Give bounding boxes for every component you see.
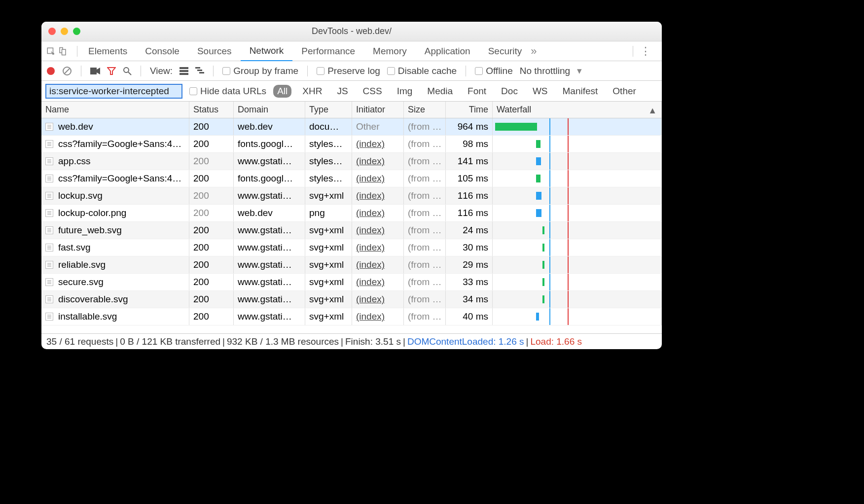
table-row[interactable]: installable.svg200www.gstati…svg+xml(ind… bbox=[41, 308, 662, 325]
maximize-button[interactable] bbox=[73, 28, 80, 35]
filter-icon[interactable] bbox=[107, 67, 116, 75]
table-row[interactable]: css?family=Google+Sans:4…200fonts.googl…… bbox=[41, 136, 662, 153]
close-button[interactable] bbox=[48, 28, 56, 35]
filter-type-img[interactable]: Img bbox=[393, 85, 417, 98]
initiator-cell[interactable]: (index) bbox=[352, 308, 404, 325]
time-cell: 40 ms bbox=[446, 308, 493, 325]
request-name: secure.svg bbox=[58, 277, 104, 288]
size-cell: (from … bbox=[404, 153, 446, 170]
header-type[interactable]: Type bbox=[305, 102, 352, 118]
size-cell: (from … bbox=[404, 187, 446, 204]
finish-time: Finish: 3.51 s bbox=[345, 336, 401, 347]
transferred-size: 0 B / 121 KB transferred bbox=[120, 336, 220, 347]
filter-type-js[interactable]: JS bbox=[333, 85, 352, 98]
header-initiator[interactable]: Initiator bbox=[352, 102, 404, 118]
tab-performance[interactable]: Performance bbox=[292, 42, 364, 61]
device-icon[interactable] bbox=[58, 47, 67, 56]
filter-type-ws[interactable]: WS bbox=[529, 85, 552, 98]
type-cell: styles… bbox=[305, 153, 352, 170]
tab-sources[interactable]: Sources bbox=[188, 42, 241, 61]
table-row[interactable]: web.dev200web.devdocu…Other(from …964 ms bbox=[41, 118, 662, 136]
type-cell: svg+xml bbox=[305, 256, 352, 273]
time-cell: 29 ms bbox=[446, 256, 493, 273]
header-name[interactable]: Name bbox=[41, 102, 189, 118]
preserve-log-checkbox[interactable] bbox=[317, 67, 324, 75]
waterfall-cell bbox=[493, 153, 662, 170]
filter-type-media[interactable]: Media bbox=[423, 85, 457, 98]
camera-icon[interactable] bbox=[90, 68, 100, 74]
filter-type-font[interactable]: Font bbox=[464, 85, 490, 98]
time-cell: 116 ms bbox=[446, 205, 493, 221]
inspect-icon[interactable] bbox=[46, 47, 55, 56]
file-icon bbox=[45, 209, 53, 217]
tab-console[interactable]: Console bbox=[136, 42, 188, 61]
status-cell: 200 bbox=[189, 239, 234, 256]
more-tabs-chevron-icon[interactable]: » bbox=[531, 45, 537, 58]
network-toolbar: View: Group by frame Preserve log Disabl… bbox=[41, 61, 662, 81]
filter-type-doc[interactable]: Doc bbox=[497, 85, 522, 98]
initiator-cell[interactable]: (index) bbox=[352, 239, 404, 256]
hide-data-urls-checkbox[interactable] bbox=[189, 87, 197, 95]
initiator-cell[interactable]: (index) bbox=[352, 136, 404, 152]
header-size[interactable]: Size bbox=[404, 102, 446, 118]
filter-type-all[interactable]: All bbox=[273, 85, 291, 98]
initiator-cell[interactable]: (index) bbox=[352, 170, 404, 187]
initiator-cell[interactable]: (index) bbox=[352, 205, 404, 221]
table-row[interactable]: lockup-color.png200web.devpng(index)(fro… bbox=[41, 205, 662, 222]
search-icon[interactable] bbox=[123, 67, 132, 75]
tab-elements[interactable]: Elements bbox=[79, 42, 136, 61]
initiator-cell[interactable]: (index) bbox=[352, 256, 404, 273]
disable-cache-checkbox[interactable] bbox=[387, 67, 395, 75]
offline-checkbox[interactable] bbox=[475, 67, 483, 75]
waterfall-cell bbox=[493, 308, 662, 325]
table-row[interactable]: future_web.svg200www.gstati…svg+xml(inde… bbox=[41, 222, 662, 239]
table-row[interactable]: css?family=Google+Sans:4…200fonts.googl…… bbox=[41, 170, 662, 187]
tab-network[interactable]: Network bbox=[241, 41, 293, 61]
separator bbox=[633, 46, 633, 57]
table-row[interactable]: app.css200www.gstati…styles…(index)(from… bbox=[41, 153, 662, 170]
large-rows-icon[interactable] bbox=[180, 67, 188, 75]
filter-type-manifest[interactable]: Manifest bbox=[559, 85, 602, 98]
filter-type-css[interactable]: CSS bbox=[359, 85, 386, 98]
size-cell: (from … bbox=[404, 239, 446, 256]
initiator-cell[interactable]: (index) bbox=[352, 222, 404, 239]
status-cell: 200 bbox=[189, 308, 234, 325]
request-name: lockup-color.png bbox=[58, 208, 126, 218]
separator bbox=[213, 66, 214, 76]
table-row[interactable]: reliable.svg200www.gstati…svg+xml(index)… bbox=[41, 256, 662, 274]
waterfall-cell bbox=[493, 222, 662, 239]
table-row[interactable]: fast.svg200www.gstati…svg+xml(index)(fro… bbox=[41, 239, 662, 256]
kebab-menu-icon[interactable]: ⋮ bbox=[635, 45, 657, 58]
header-domain[interactable]: Domain bbox=[234, 102, 305, 118]
table-row[interactable]: lockup.svg200www.gstati…svg+xml(index)(f… bbox=[41, 187, 662, 205]
header-time[interactable]: Time bbox=[446, 102, 493, 118]
filter-input[interactable] bbox=[45, 84, 182, 99]
size-cell: (from … bbox=[404, 291, 446, 308]
request-name: app.css bbox=[58, 156, 90, 167]
tab-security[interactable]: Security bbox=[479, 42, 531, 61]
initiator-cell[interactable]: (index) bbox=[352, 274, 404, 290]
dropdown-caret-icon[interactable]: ▾ bbox=[577, 65, 582, 76]
filter-type-xhr[interactable]: XHR bbox=[298, 85, 326, 98]
minimize-button[interactable] bbox=[61, 28, 68, 35]
group-by-frame-checkbox[interactable] bbox=[222, 67, 230, 75]
domain-cell: web.dev bbox=[234, 118, 305, 135]
initiator-cell[interactable]: (index) bbox=[352, 187, 404, 204]
tab-memory[interactable]: Memory bbox=[364, 42, 416, 61]
record-icon[interactable] bbox=[46, 67, 55, 75]
clear-icon[interactable] bbox=[62, 66, 72, 76]
status-cell: 200 bbox=[189, 136, 234, 152]
disable-cache-label: Disable cache bbox=[398, 66, 457, 76]
initiator-cell[interactable]: (index) bbox=[352, 291, 404, 308]
table-row[interactable]: secure.svg200www.gstati…svg+xml(index)(f… bbox=[41, 274, 662, 291]
initiator-cell[interactable]: (index) bbox=[352, 153, 404, 170]
waterfall-cell bbox=[493, 136, 662, 152]
tab-application[interactable]: Application bbox=[416, 42, 479, 61]
domain-cell: www.gstati… bbox=[234, 256, 305, 273]
waterfall-view-icon[interactable] bbox=[195, 67, 204, 75]
header-status[interactable]: Status bbox=[189, 102, 234, 118]
header-waterfall[interactable]: Waterfall bbox=[493, 102, 662, 118]
throttling-select[interactable]: No throttling bbox=[520, 66, 570, 76]
filter-type-other[interactable]: Other bbox=[609, 85, 640, 98]
table-row[interactable]: discoverable.svg200www.gstati…svg+xml(in… bbox=[41, 291, 662, 308]
